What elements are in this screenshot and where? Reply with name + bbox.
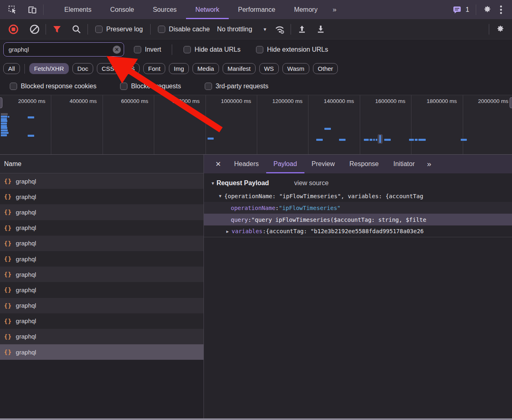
payload-query-row-selected[interactable]: query: "query ipFlowTimeseries($accountT… (204, 214, 512, 225)
hide-data-urls-checkbox[interactable]: Hide data URLs (184, 46, 241, 53)
tab-performance[interactable]: Performance (229, 0, 285, 19)
divider (43, 4, 44, 15)
timeline-request-bar (1, 120, 7, 122)
tab-payload[interactable]: Payload (266, 155, 304, 173)
json-request-icon: {} (4, 318, 12, 324)
chip-all[interactable]: All (3, 63, 20, 74)
chip-ws[interactable]: WS (259, 63, 279, 74)
network-overview-timeline[interactable]: 200000 ms 400000 ms 600000 ms 800000 ms … (0, 95, 512, 155)
filter-funnel-icon[interactable] (50, 22, 64, 36)
device-toolbar-icon[interactable] (25, 3, 39, 17)
disable-cache-checkbox[interactable]: Disable cache (158, 26, 210, 33)
tab-headers[interactable]: Headers (227, 155, 266, 173)
checkbox[interactable] (95, 26, 103, 33)
payload-variables-row[interactable]: ▶ variables: {accountTag: "b12e3b2192ee5… (204, 225, 512, 237)
chip-css[interactable]: CSS (97, 63, 119, 74)
preserve-log-label: Preserve log (106, 26, 143, 33)
blocked-cookies-checkbox[interactable]: Blocked response cookies (10, 83, 96, 90)
request-row[interactable]: {}graphql (0, 329, 203, 344)
payload-key: variables (232, 228, 263, 234)
chip-wasm[interactable]: Wasm (282, 63, 309, 74)
payload-root-row[interactable]: ▼ {operationName: "ipFlowTimeseries", va… (204, 190, 512, 202)
request-row[interactable]: {}graphql (0, 189, 203, 204)
chip-js[interactable]: JS (123, 63, 140, 74)
chip-font[interactable]: Font (143, 63, 165, 74)
network-conditions-icon[interactable] (273, 22, 287, 36)
more-detail-tabs-icon[interactable]: » (422, 155, 436, 173)
request-row[interactable]: {}graphql (0, 220, 203, 236)
separator: : (276, 205, 279, 211)
timeline-request-bar (28, 135, 34, 137)
request-row[interactable]: {}graphql (0, 282, 203, 298)
json-request-icon: {} (4, 302, 12, 309)
request-list-pane: Name {}graphql {}graphql {}graphql {}gra… (0, 155, 204, 420)
tab-console[interactable]: Console (101, 0, 144, 19)
checkbox[interactable] (205, 83, 212, 90)
checkbox[interactable] (256, 46, 263, 53)
chip-other[interactable]: Other (313, 63, 338, 74)
timeline-left-handle[interactable] (0, 97, 2, 108)
chip-manifest[interactable]: Manifest (223, 63, 256, 74)
collapse-triangle-icon[interactable]: ▼ (211, 181, 215, 186)
hide-extension-urls-checkbox[interactable]: Hide extension URLs (256, 46, 328, 53)
request-row[interactable]: {}graphql (0, 236, 203, 251)
request-name: graphql (16, 193, 36, 200)
import-har-icon[interactable] (295, 22, 309, 36)
timeline-request-bar (1, 122, 7, 125)
tab-preview[interactable]: Preview (304, 155, 342, 173)
request-row[interactable]: {}graphql (0, 313, 203, 329)
chip-fetch-xhr[interactable]: Fetch/XHR (29, 63, 69, 74)
chip-media[interactable]: Media (193, 63, 219, 74)
request-row[interactable]: {}graphql (0, 204, 203, 220)
record-stop-icon[interactable] (7, 22, 20, 36)
request-row[interactable]: {}graphql (0, 298, 203, 313)
tab-initiator[interactable]: Initiator (386, 155, 422, 173)
request-row[interactable]: {}graphql (0, 251, 203, 267)
settings-gear-icon[interactable] (480, 3, 494, 17)
filter-text-input[interactable]: graphql ✕ (3, 42, 124, 57)
chip-img[interactable]: Img (169, 63, 189, 74)
window-bottom-edge (0, 418, 512, 420)
tab-response[interactable]: Response (342, 155, 386, 173)
tab-sources[interactable]: Sources (143, 0, 186, 19)
search-icon[interactable] (70, 22, 83, 36)
request-row-selected[interactable]: {}graphql (0, 344, 203, 360)
expand-triangle-icon[interactable]: ▼ (219, 194, 221, 198)
third-party-checkbox[interactable]: 3rd-party requests (205, 83, 269, 90)
view-source-link[interactable]: view source (294, 179, 328, 187)
clear-filter-icon[interactable]: ✕ (113, 46, 121, 54)
checkbox[interactable] (158, 26, 165, 33)
inspect-element-icon[interactable] (6, 3, 20, 17)
timeline-request-bar (409, 139, 414, 141)
kebab-menu-icon[interactable] (494, 3, 508, 17)
expand-triangle-icon[interactable]: ▶ (226, 229, 229, 234)
timeline-right-handle[interactable] (510, 97, 512, 108)
payload-operation-row[interactable]: operationName: "ipFlowTimeseries" (204, 202, 512, 214)
throttling-dropdown[interactable]: No throttling ▼ (217, 26, 267, 33)
request-row[interactable]: {}graphql (0, 173, 203, 189)
preserve-log-checkbox[interactable]: Preserve log (95, 26, 143, 33)
json-request-icon: {} (4, 225, 12, 231)
chip-doc[interactable]: Doc (72, 63, 93, 74)
tab-network[interactable]: Network (186, 0, 229, 19)
checkbox[interactable] (120, 83, 127, 90)
request-name: graphql (16, 302, 36, 309)
name-column-header[interactable]: Name (0, 155, 203, 173)
invert-checkbox[interactable]: Invert (134, 46, 161, 53)
blocked-requests-checkbox[interactable]: Blocked requests (120, 83, 181, 90)
checkbox[interactable] (134, 46, 141, 53)
checkbox[interactable] (10, 83, 17, 90)
close-detail-icon[interactable]: ✕ (210, 155, 227, 173)
separator: : (263, 228, 266, 234)
clear-network-log-icon[interactable] (28, 22, 42, 36)
issues-message-icon[interactable] (451, 3, 463, 17)
export-har-icon[interactable] (314, 22, 328, 36)
tab-memory[interactable]: Memory (284, 0, 327, 19)
more-tabs-icon[interactable]: » (327, 0, 341, 19)
network-settings-gear-icon[interactable] (493, 22, 507, 36)
tab-elements[interactable]: Elements (55, 0, 101, 19)
request-row[interactable]: {}graphql (0, 267, 203, 282)
payload-string-value: "ipFlowTimeseries" (279, 205, 341, 211)
json-request-icon: {} (4, 193, 12, 200)
checkbox[interactable] (184, 46, 191, 53)
